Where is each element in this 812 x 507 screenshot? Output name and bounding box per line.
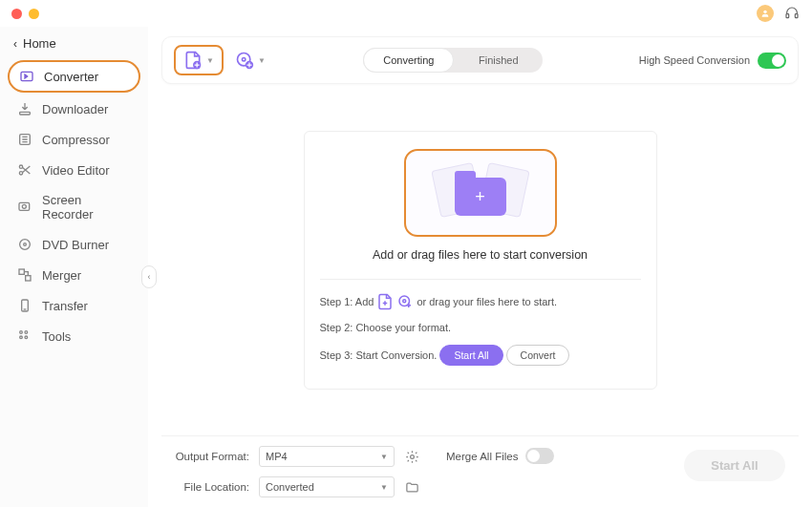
sidebar-item-transfer[interactable]: Transfer [8,291,140,320]
svg-point-24 [403,299,406,302]
output-format-label: Output Format: [175,451,249,462]
sidebar-collapse-button[interactable]: ‹ [141,265,157,288]
window-close-button[interactable] [11,9,22,19]
support-button[interactable] [783,5,801,22]
svg-rect-12 [19,269,24,274]
sidebar-item-dvd-burner[interactable]: DVD Burner [8,230,140,259]
merge-all-label: Merge All Files [446,451,518,462]
svg-rect-2 [795,14,798,18]
file-location-label: File Location: [175,481,249,493]
tab-finished[interactable]: Finished [454,48,543,73]
headset-icon [784,6,800,21]
svg-point-10 [20,240,31,250]
sidebar-item-screen-recorder[interactable]: Screen Recorder [8,186,140,228]
sidebar-item-label: Screen Recorder [42,193,131,222]
merge-all-toggle[interactable] [525,448,554,464]
sidebar-item-converter[interactable]: Converter [8,60,140,93]
sidebar-item-label: Transfer [42,299,88,313]
step-3: Step 3: Start Conversion. Start All Conv… [320,345,641,366]
high-speed-toggle[interactable] [758,53,786,69]
folder-illustration: + [441,166,520,220]
merger-icon [17,267,32,283]
sidebar-item-video-editor[interactable]: Video Editor [8,156,140,184]
tab-label: Finished [479,54,519,66]
tab-label: Converting [383,54,434,66]
svg-point-23 [399,296,410,306]
drop-zone[interactable]: + [404,149,557,237]
start-all-button[interactable]: Start All [684,450,785,481]
user-avatar[interactable] [757,5,774,22]
svg-point-15 [20,331,23,334]
svg-point-17 [20,336,23,339]
step-1: Step 1: Add or drag your files here to s… [320,293,641,310]
svg-point-16 [25,331,28,334]
svg-rect-4 [20,112,31,115]
svg-point-25 [410,454,414,458]
back-button[interactable]: ‹ Home [8,32,140,60]
file-plus-icon [376,293,394,310]
chevron-down-icon: ▼ [206,56,214,65]
download-icon [17,101,32,116]
tools-icon [17,328,32,344]
svg-point-9 [22,204,26,208]
chevron-left-icon: ‹ [13,37,17,51]
svg-rect-1 [786,14,789,18]
svg-rect-8 [19,202,30,210]
sidebar-item-downloader[interactable]: Downloader [8,95,140,123]
svg-point-11 [24,243,27,246]
sidebar-item-label: Tools [42,329,71,344]
file-plus-icon [183,51,203,70]
screen-recorder-icon [17,200,32,215]
open-folder-button[interactable] [404,479,419,495]
sidebar-item-label: Video Editor [42,163,110,178]
window-minimize-button[interactable] [29,9,39,19]
chevron-down-icon: ▼ [380,453,388,461]
start-all-example-button[interactable]: Start All [439,345,502,366]
disc-plus-icon [235,51,254,70]
scissors-icon [17,162,32,178]
drop-text: Add or drag files here to start conversi… [320,248,641,262]
file-location-select[interactable]: Converted ▼ [259,476,395,497]
drop-card: + Add or drag files here to start conver… [304,131,657,390]
tab-segmented-control: Converting Finished [363,48,543,73]
step-2: Step 2: Choose your format. [320,322,641,333]
user-icon [760,9,770,18]
sidebar-item-compressor[interactable]: Compressor [8,125,140,154]
convert-example-button[interactable]: Convert [506,345,570,366]
sidebar-item-merger[interactable]: Merger [8,261,140,289]
output-format-select[interactable]: MP4 ▼ [259,446,395,467]
sidebar-item-label: DVD Burner [42,238,109,252]
add-disc-button[interactable]: ▼ [233,49,267,72]
sidebar-item-label: Converter [44,70,98,84]
chevron-down-icon: ▼ [380,483,388,492]
converter-icon [19,69,34,84]
chevron-down-icon: ▼ [258,56,266,65]
transfer-icon [17,298,32,313]
high-speed-label: High Speed Conversion [639,54,750,66]
sidebar-item-tools[interactable]: Tools [8,322,140,350]
output-format-value: MP4 [266,451,288,462]
back-label: Home [23,36,56,51]
svg-rect-13 [26,276,31,281]
disc-icon [17,237,32,252]
file-location-value: Converted [266,481,314,493]
svg-point-21 [242,58,245,61]
sidebar-item-label: Merger [42,268,81,283]
plus-icon: + [475,186,485,206]
add-file-button[interactable]: ▼ [174,45,224,75]
svg-point-0 [763,11,766,13]
settings-icon[interactable] [404,449,419,464]
sidebar-item-label: Downloader [42,102,108,116]
chevron-left-icon: ‹ [148,272,151,282]
sidebar-item-label: Compressor [42,133,110,147]
tab-converting[interactable]: Converting [363,48,454,73]
compressor-icon [17,132,32,147]
disc-plus-icon [396,293,414,310]
svg-point-18 [25,336,28,339]
